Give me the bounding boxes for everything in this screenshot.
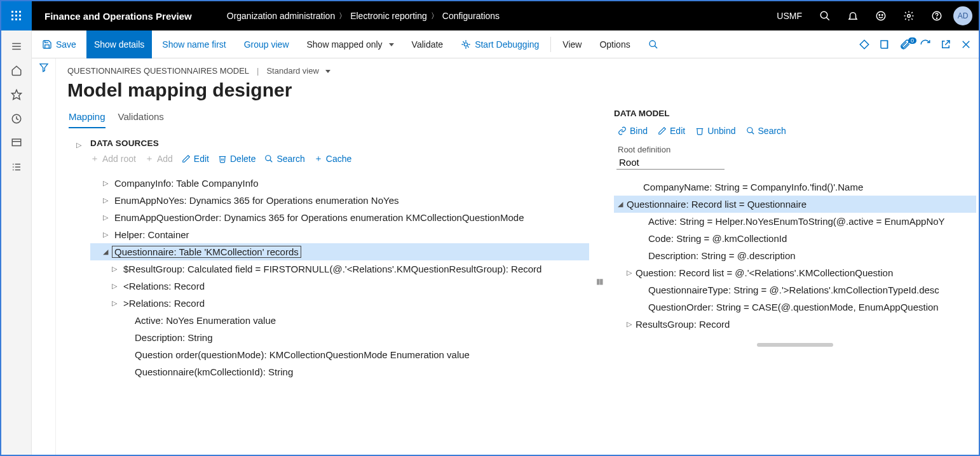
svg-marker-20 bbox=[11, 90, 21, 100]
dm-edit-button[interactable]: Edit bbox=[658, 126, 685, 136]
expand-closed-icon[interactable]: ▷ bbox=[99, 231, 112, 239]
expand-closed-icon[interactable]: ▷ bbox=[623, 320, 636, 328]
splitter-handle[interactable]: ▮▮ bbox=[596, 277, 602, 286]
breadcrumb-item-er[interactable]: Electronic reporting bbox=[350, 11, 427, 21]
workspace-icon[interactable] bbox=[1, 131, 32, 155]
page-title: Model mapping designer bbox=[67, 79, 979, 101]
tree-node[interactable]: Questionnaire(kmCollectionId): String bbox=[90, 363, 608, 380]
svg-line-47 bbox=[751, 132, 754, 135]
bind-button[interactable]: Bind bbox=[618, 126, 648, 136]
options-menu[interactable]: Options bbox=[592, 30, 637, 58]
bell-icon[interactable] bbox=[839, 1, 867, 30]
tree-node-label: ResultsGroup: Record bbox=[636, 319, 730, 330]
horizontal-scrollbar[interactable] bbox=[757, 343, 833, 347]
expand-closed-icon[interactable]: ▷ bbox=[99, 196, 112, 205]
svg-rect-22 bbox=[12, 139, 21, 146]
expand-closed-icon[interactable]: ▷ bbox=[99, 179, 112, 187]
tree-node[interactable]: ▷>Relations: Record bbox=[90, 295, 608, 312]
expand-closed-icon[interactable]: ▷ bbox=[623, 269, 636, 277]
collapse-toggle-icon[interactable]: ▷ bbox=[76, 141, 81, 380]
data-model-tree[interactable]: CompanyName: String = CompanyInfo.'find(… bbox=[614, 178, 976, 333]
tree-node[interactable]: ▷<Relations: Record bbox=[90, 278, 608, 295]
ds-search-button[interactable]: Search bbox=[264, 154, 304, 164]
attachments-icon[interactable]: 0 bbox=[895, 39, 915, 50]
tree-node-label: CompanyName: String = CompanyInfo.'find(… bbox=[643, 182, 863, 192]
dm-search-button[interactable]: Search bbox=[746, 126, 786, 136]
tree-node-label: Helper: Container bbox=[112, 229, 192, 241]
avatar[interactable]: AD bbox=[953, 6, 972, 25]
diamond-icon[interactable] bbox=[854, 39, 875, 50]
gear-icon[interactable] bbox=[895, 1, 923, 30]
tree-node[interactable]: QuestionnaireType: String = @.'>Relation… bbox=[614, 281, 976, 298]
delete-button[interactable]: Delete bbox=[218, 154, 255, 164]
tree-node-label: Active: NoYes Enumeration value bbox=[121, 314, 278, 326]
show-details-button[interactable]: Show details bbox=[86, 30, 152, 58]
tree-node[interactable]: Code: String = @.kmCollectionId bbox=[614, 230, 976, 247]
tree-node-label: Code: String = @.kmCollectionId bbox=[648, 233, 787, 244]
tree-node[interactable]: ▷Question: Record list = @.'<Relations'.… bbox=[614, 264, 976, 281]
tree-node[interactable]: ▷EnumAppQuestionOrder: Dynamics 365 for … bbox=[90, 209, 608, 226]
tree-node[interactable]: Description: String = @.description bbox=[614, 247, 976, 264]
tab-validations[interactable]: Validations bbox=[118, 109, 164, 128]
save-button[interactable]: Save bbox=[34, 30, 84, 58]
smiley-icon[interactable] bbox=[867, 1, 895, 30]
modules-icon[interactable] bbox=[1, 155, 32, 179]
tree-node[interactable]: ▷CompanyInfo: Table CompanyInfo bbox=[90, 175, 608, 192]
root-definition-input[interactable] bbox=[616, 156, 725, 170]
chevron-down-icon bbox=[323, 66, 330, 76]
expand-closed-icon[interactable]: ▷ bbox=[108, 282, 121, 290]
refresh-icon[interactable] bbox=[915, 39, 936, 50]
toolbar-search-icon[interactable] bbox=[641, 30, 666, 58]
save-label: Save bbox=[56, 39, 76, 50]
tree-node[interactable]: ▷EnumAppNoYes: Dynamics 365 for Operatio… bbox=[90, 192, 608, 209]
tree-node[interactable]: QuestionOrder: String = CASE(@.questionM… bbox=[614, 298, 976, 316]
book-icon[interactable] bbox=[875, 39, 895, 50]
tree-node[interactable]: ◢Questionnaire: Table 'KMCollection' rec… bbox=[90, 243, 589, 260]
star-icon[interactable] bbox=[1, 83, 32, 107]
clock-icon[interactable] bbox=[1, 107, 32, 131]
view-menu[interactable]: View bbox=[555, 30, 589, 58]
show-mapped-only-dropdown[interactable]: Show mapped only bbox=[299, 30, 402, 58]
tree-node[interactable]: ◢Questionnaire: Record list = Questionna… bbox=[614, 196, 976, 213]
expand-open-icon[interactable]: ◢ bbox=[99, 248, 112, 256]
start-debugging-button[interactable]: Start Debugging bbox=[453, 30, 547, 58]
tree-node[interactable]: ▷Helper: Container bbox=[90, 226, 608, 243]
breadcrumb-item-org-admin[interactable]: Organization administration bbox=[227, 11, 335, 21]
tree-node-label: Active: String = Helper.NoYesEnumToStrin… bbox=[648, 216, 945, 227]
svg-line-38 bbox=[655, 46, 657, 48]
link-icon bbox=[618, 126, 627, 135]
home-icon[interactable] bbox=[1, 58, 32, 83]
help-icon[interactable] bbox=[923, 1, 951, 30]
hamburger-icon[interactable] bbox=[1, 34, 32, 58]
app-launcher-icon[interactable] bbox=[1, 1, 32, 30]
tree-node[interactable]: Active: String = Helper.NoYesEnumToStrin… bbox=[614, 213, 976, 230]
tree-node[interactable]: Description: String bbox=[90, 329, 608, 346]
cache-button[interactable]: ＋Cache bbox=[314, 153, 351, 164]
view-selector[interactable]: Standard view bbox=[266, 66, 330, 76]
tree-node[interactable]: CompanyName: String = CompanyInfo.'find(… bbox=[614, 178, 976, 196]
tree-node[interactable]: Active: NoYes Enumeration value bbox=[90, 312, 608, 329]
tree-node[interactable]: ▷ResultsGroup: Record bbox=[614, 316, 976, 333]
chevron-right-icon: 〉 bbox=[431, 11, 439, 22]
close-icon[interactable] bbox=[956, 39, 976, 50]
validate-button[interactable]: Validate bbox=[404, 30, 451, 58]
tab-mapping[interactable]: Mapping bbox=[69, 109, 105, 128]
tree-node[interactable]: Question order(questionMode): KMCollecti… bbox=[90, 346, 608, 363]
expand-closed-icon[interactable]: ▷ bbox=[108, 265, 121, 273]
breadcrumb: Organization administration 〉 Electronic… bbox=[205, 11, 768, 22]
edit-button[interactable]: Edit bbox=[182, 154, 209, 164]
expand-open-icon[interactable]: ◢ bbox=[614, 200, 627, 208]
legal-entity[interactable]: USMF bbox=[768, 11, 811, 21]
search-icon[interactable] bbox=[811, 1, 839, 30]
popout-icon[interactable] bbox=[936, 39, 956, 50]
show-name-first-button[interactable]: Show name first bbox=[154, 30, 233, 58]
svg-point-11 bbox=[876, 11, 885, 20]
breadcrumb-item-config[interactable]: Configurations bbox=[442, 11, 500, 21]
tree-node[interactable]: ▷$ResultGroup: Calculated field = FIRSTO… bbox=[90, 260, 608, 278]
expand-closed-icon[interactable]: ▷ bbox=[99, 213, 112, 222]
unbind-button[interactable]: Unbind bbox=[695, 126, 735, 136]
data-sources-tree[interactable]: ▷CompanyInfo: Table CompanyInfo▷EnumAppN… bbox=[90, 175, 608, 380]
funnel-icon[interactable] bbox=[39, 62, 49, 455]
expand-closed-icon[interactable]: ▷ bbox=[108, 299, 121, 307]
group-view-button[interactable]: Group view bbox=[236, 30, 297, 58]
